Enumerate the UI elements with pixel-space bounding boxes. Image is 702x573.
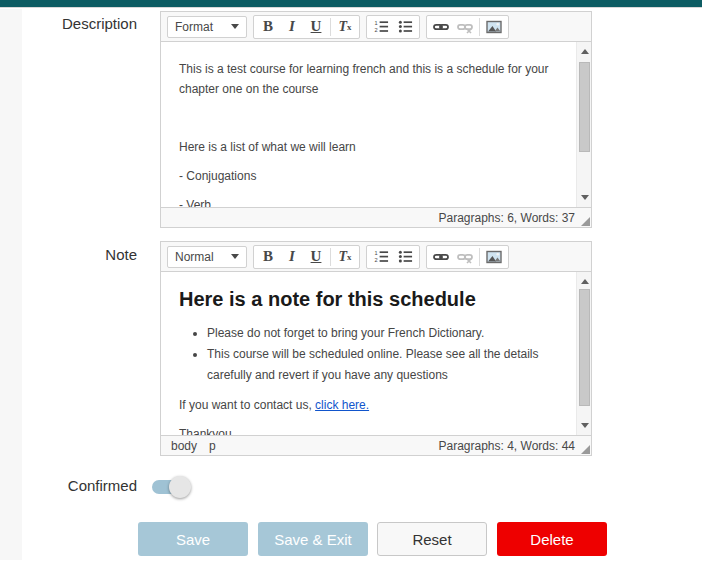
bold-button[interactable]: B: [256, 246, 280, 268]
unlink-icon[interactable]: [453, 16, 477, 38]
format-dropdown-value: Format: [175, 20, 213, 34]
element-path: body p: [171, 439, 216, 453]
scroll-up-icon[interactable]: [577, 44, 591, 59]
toolbar-separator: [330, 248, 331, 266]
remove-format-button[interactable]: Tx: [333, 246, 357, 268]
toolbar-separator: [330, 18, 331, 36]
description-paragraph: Here is a list of what we will learn: [179, 137, 567, 157]
format-dropdown-value: Normal: [175, 250, 214, 264]
remove-format-button[interactable]: Tx: [333, 16, 357, 38]
description-scrollbar[interactable]: [576, 42, 591, 207]
scroll-down-icon[interactable]: [577, 418, 591, 433]
top-accent-bar: [0, 0, 702, 8]
note-bullet-item: This course will be scheduled online. Pl…: [207, 344, 567, 386]
link-icon[interactable]: [429, 16, 453, 38]
description-editor: Format B I U Tx 1: [160, 11, 592, 228]
numbered-list-icon[interactable]: 1 2: [369, 16, 393, 38]
save-and-exit-button[interactable]: Save & Exit: [258, 522, 368, 556]
bulleted-list-icon[interactable]: [393, 246, 417, 268]
scroll-down-icon[interactable]: [577, 190, 591, 205]
note-editor-toolbar: Normal B I U Tx 1: [161, 242, 591, 272]
list-group: 1 2: [366, 245, 420, 269]
note-heading: Here is a note for this schedule: [179, 288, 567, 311]
toolbar-separator: [479, 18, 480, 36]
description-label: Description: [30, 15, 137, 32]
underline-button[interactable]: U: [304, 16, 328, 38]
scrollbar-thumb[interactable]: [579, 62, 590, 152]
resize-handle-icon[interactable]: [581, 217, 590, 226]
toggle-thumb: [169, 476, 191, 498]
scrollbar-thumb[interactable]: [579, 289, 590, 406]
description-paragraph: This is a test course for learning frenc…: [179, 59, 567, 99]
reset-button[interactable]: Reset: [377, 522, 487, 556]
svg-text:2: 2: [374, 257, 377, 263]
italic-button[interactable]: I: [280, 16, 304, 38]
confirmed-label: Confirmed: [30, 477, 137, 494]
bulleted-list-icon[interactable]: [393, 16, 417, 38]
word-count: Paragraphs: 4, Words: 44: [438, 439, 575, 453]
link-group: [426, 245, 509, 269]
chevron-down-icon: [231, 254, 239, 259]
contact-link[interactable]: click here.: [315, 398, 369, 412]
page-background-strip: [0, 9, 22, 560]
description-blank-paragraph: [179, 108, 567, 128]
note-bullet-item: Please do not forget to bring your Frenc…: [207, 323, 567, 344]
note-scrollbar[interactable]: [576, 272, 591, 435]
note-contact-paragraph: If you want to contact us, click here.: [179, 395, 567, 415]
image-icon[interactable]: [482, 246, 506, 268]
delete-button[interactable]: Delete: [497, 522, 607, 556]
bold-button[interactable]: B: [256, 16, 280, 38]
note-editor-statusbar: body p Paragraphs: 4, Words: 44: [161, 435, 591, 455]
element-path-body[interactable]: body: [171, 439, 197, 453]
svg-text:1: 1: [374, 20, 377, 26]
page: Description Format B I U Tx: [0, 0, 702, 573]
svg-text:1: 1: [374, 250, 377, 256]
description-editor-content[interactable]: This is a test course for learning frenc…: [161, 42, 591, 207]
unlink-icon[interactable]: [453, 246, 477, 268]
image-icon[interactable]: [482, 16, 506, 38]
link-group: [426, 15, 509, 39]
description-paragraph: - Conjugations: [179, 166, 567, 186]
word-count: Paragraphs: 6, Words: 37: [438, 211, 575, 225]
description-paragraph: - Verb: [179, 195, 567, 207]
underline-button[interactable]: U: [304, 246, 328, 268]
description-editor-toolbar: Format B I U Tx 1: [161, 12, 591, 42]
format-dropdown[interactable]: Format: [167, 16, 247, 38]
numbered-list-icon[interactable]: 1 2: [369, 246, 393, 268]
description-editor-statusbar: Paragraphs: 6, Words: 37: [161, 207, 591, 227]
format-dropdown[interactable]: Normal: [167, 246, 247, 268]
toolbar-separator: [479, 248, 480, 266]
note-label: Note: [30, 246, 137, 263]
chevron-down-icon: [231, 24, 239, 29]
scroll-up-icon[interactable]: [577, 274, 591, 289]
save-button[interactable]: Save: [138, 522, 248, 556]
confirmed-toggle[interactable]: [152, 476, 198, 498]
element-path-p[interactable]: p: [209, 439, 216, 453]
svg-text:2: 2: [374, 27, 377, 33]
text-style-group: B I U Tx: [253, 245, 360, 269]
note-closing-paragraph: Thankyou: [179, 424, 567, 435]
text-style-group: B I U Tx: [253, 15, 360, 39]
resize-handle-icon[interactable]: [581, 445, 590, 454]
italic-button[interactable]: I: [280, 246, 304, 268]
link-icon[interactable]: [429, 246, 453, 268]
note-editor-content[interactable]: Here is a note for this schedule Please …: [161, 272, 591, 435]
note-bullet-list: Please do not forget to bring your Frenc…: [179, 323, 567, 386]
note-editor: Normal B I U Tx 1: [160, 241, 592, 456]
list-group: 1 2: [366, 15, 420, 39]
